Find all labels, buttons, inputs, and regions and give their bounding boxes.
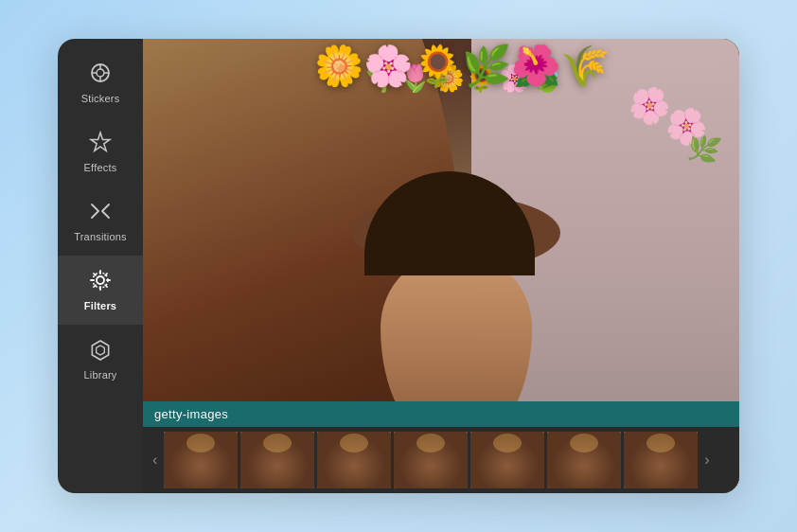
- filmstrip-label: getty-images: [143, 401, 739, 427]
- stickers-icon: [89, 62, 112, 88]
- flower-crown-2: 🌱🌷🌼🌻🌸🍃: [365, 65, 564, 92]
- filmstrip-thumbnail-3[interactable]: [317, 432, 391, 488]
- sidebar-item-transitions[interactable]: Transitions: [58, 186, 143, 256]
- main-content: 🌼🌸🌻🌿🌺🌾 🌱🌷🌼🌻🌸🍃 🌸🌸 🌿 getty-images ‹ ›: [143, 39, 739, 493]
- filmstrip-thumbnail-5[interactable]: [470, 432, 544, 488]
- filmstrip-thumbnail-1[interactable]: [164, 432, 238, 488]
- svg-point-1: [97, 69, 104, 77]
- transitions-icon: [89, 200, 112, 226]
- transitions-label: Transitions: [74, 231, 127, 242]
- filters-label: Filters: [84, 300, 116, 311]
- filters-icon: [89, 269, 112, 295]
- flower-crown: 🌼🌸🌻🌿🌺🌾: [314, 46, 610, 86]
- filmstrip-thumbnail-4[interactable]: [394, 432, 468, 488]
- sidebar-item-stickers[interactable]: Stickers: [58, 48, 143, 117]
- filmstrip-nav-left[interactable]: ‹: [149, 452, 161, 469]
- sidebar: Stickers Effects Transitions: [58, 39, 143, 493]
- filmstrip-thumbnail-2[interactable]: [240, 432, 314, 488]
- filmstrip-nav-right[interactable]: ›: [700, 452, 713, 469]
- branch-flowers: 🌸🌸: [622, 77, 716, 153]
- app-container: Stickers Effects Transitions: [58, 39, 739, 493]
- svg-point-6: [97, 276, 104, 284]
- effects-label: Effects: [84, 162, 117, 173]
- library-label: Library: [83, 369, 116, 381]
- hair-shape: [364, 171, 535, 275]
- sidebar-item-library[interactable]: Library: [58, 325, 143, 394]
- effects-icon: [89, 131, 112, 157]
- filmstrip-thumbnail-7[interactable]: [624, 432, 698, 488]
- library-icon: [89, 338, 112, 364]
- branch-stem: 🌿: [683, 130, 723, 168]
- filmstrip-thumbnail-6[interactable]: [547, 432, 621, 488]
- stickers-label: Stickers: [81, 93, 120, 104]
- filmstrip-container: getty-images ‹ ›: [143, 401, 739, 493]
- sidebar-item-filters[interactable]: Filters: [58, 256, 143, 325]
- sidebar-item-effects[interactable]: Effects: [58, 117, 143, 186]
- filmstrip: ‹ ›: [143, 427, 739, 493]
